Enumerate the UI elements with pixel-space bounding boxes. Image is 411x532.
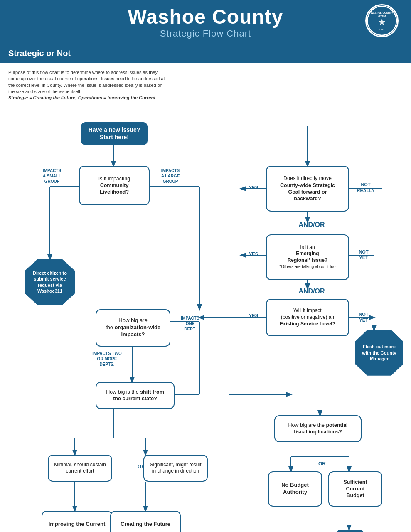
andor1-label: AND/OR bbox=[295, 221, 328, 229]
emerging-label: Is it anEmergingRegional* Issue?*Others … bbox=[279, 244, 335, 270]
address-acm-octagon: Address withACM bbox=[328, 530, 372, 532]
sufficient-box: Sufficient CurrentBudget bbox=[328, 471, 382, 507]
start-box: Have a new issue?Start here! bbox=[81, 122, 148, 145]
community-label: Is it impactingCommunity Livelihood? bbox=[85, 175, 144, 196]
washoe311-label: Direct citizen tosubmit servicerequest v… bbox=[33, 270, 67, 294]
improving-label: Improving the Current bbox=[49, 521, 106, 528]
svg-text:WASHOE COUNTY: WASHOE COUNTY bbox=[371, 12, 393, 14]
community-box: Is it impactingCommunity Livelihood? bbox=[79, 166, 150, 205]
washoe311-octagon: Direct citizen tosubmit servicerequest v… bbox=[25, 259, 75, 305]
header-title-block: Washoe County Strategic Flow Chart bbox=[128, 6, 283, 39]
yes1-label: YES bbox=[245, 185, 262, 190]
not-yet1-label: NOTYET bbox=[351, 249, 376, 261]
impacts-large-label: IMPACTSA LARGEGROUP bbox=[152, 168, 189, 184]
significant-label: Significant, might resultin change in di… bbox=[150, 462, 201, 475]
fiscal-box: How big are the potentialfiscal implicat… bbox=[274, 415, 362, 442]
minimal-box: Minimal, should sustaincurrent effort bbox=[48, 455, 112, 482]
org-impacts-box: How big arethe organization-wideimpacts? bbox=[96, 309, 170, 347]
description-text: Purpose of this flow chart is to determi… bbox=[8, 69, 166, 101]
not-yet2-label: NOTYET bbox=[351, 311, 376, 323]
yes3-label: YES bbox=[245, 313, 262, 318]
logo: WASHOE COUNTY NEVADA 1861 bbox=[365, 4, 399, 37]
start-label: Have a new issue?Start here! bbox=[89, 126, 140, 141]
flesh-out-label: Flesh out morewith the CountyManager bbox=[362, 344, 396, 362]
logo-circle: WASHOE COUNTY NEVADA 1861 bbox=[365, 4, 399, 37]
existing-service-box: Will it impact(positive or negative) anE… bbox=[266, 299, 349, 336]
svg-text:1861: 1861 bbox=[379, 28, 385, 31]
fiscal-label: How big are the potentialfiscal implicat… bbox=[288, 422, 347, 436]
not-really-label: NOTREALLY bbox=[351, 182, 380, 194]
org-impacts-label: How big arethe organization-wideimpacts? bbox=[106, 317, 160, 338]
shift-box: How big is the shift fromthe current sta… bbox=[96, 382, 175, 409]
emerging-box: Is it anEmergingRegional* Issue?*Others … bbox=[266, 234, 349, 280]
subtitle-bar: Strategic or Not bbox=[0, 45, 411, 63]
county-wide-box: Does it directly moveCounty-wide Strateg… bbox=[266, 166, 349, 212]
flowchart: Have a new issue?Start here! Is it impac… bbox=[8, 106, 403, 532]
main-content: Purpose of this flow chart is to determi… bbox=[0, 63, 411, 532]
county-wide-label: Does it directly moveCounty-wide Strateg… bbox=[280, 175, 335, 202]
svg-text:NEVADA: NEVADA bbox=[378, 15, 386, 17]
significant-box: Significant, might resultin change in di… bbox=[143, 455, 208, 482]
creating-box: Creating the Future bbox=[110, 511, 181, 532]
app-subtitle: Strategic Flow Chart bbox=[128, 28, 283, 39]
yes2-label: YES bbox=[245, 251, 262, 257]
section-title: Strategic or Not bbox=[8, 49, 403, 58]
impacts-small-label: IMPACTSA SMALLGROUP bbox=[33, 168, 71, 184]
minimal-label: Minimal, should sustaincurrent effort bbox=[54, 462, 106, 475]
no-budget-box: No BudgetAuthority bbox=[268, 471, 322, 507]
header: Washoe County Strategic Flow Chart WASHO… bbox=[0, 0, 411, 45]
impacts-one-label: IMPACTSONEDEPT. bbox=[175, 315, 206, 332]
sufficient-label: Sufficient CurrentBudget bbox=[334, 479, 377, 499]
svg-marker-3 bbox=[379, 19, 385, 25]
creating-label: Creating the Future bbox=[121, 521, 170, 528]
flesh-out-octagon: Flesh out morewith the CountyManager bbox=[355, 330, 403, 376]
andor2-label: AND/OR bbox=[295, 288, 328, 295]
existing-service-label: Will it impact(positive or negative) anE… bbox=[280, 308, 335, 327]
shift-label: How big is the shift fromthe current sta… bbox=[106, 389, 164, 402]
no-budget-label: No BudgetAuthority bbox=[281, 482, 309, 496]
description-italic: Strategic = Creating the Future; Operati… bbox=[8, 95, 155, 100]
impacts-two-label: IMPACTS TWOOR MOREDEPTS. bbox=[87, 351, 127, 367]
improving-box: Improving the Current bbox=[42, 511, 112, 532]
or-fiscal-label: OR bbox=[316, 461, 328, 468]
app-title: Washoe County bbox=[128, 6, 283, 28]
